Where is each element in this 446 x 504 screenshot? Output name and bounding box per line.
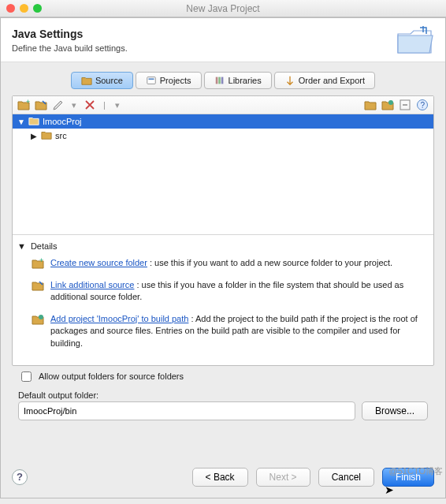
wizard-folder-icon xyxy=(396,24,434,56)
page-title: Java Settings xyxy=(12,28,128,40)
project-folder-icon xyxy=(28,115,39,128)
libraries-icon xyxy=(214,75,225,86)
tab-projects[interactable]: Projects xyxy=(136,72,202,89)
detail-item: Add project 'ImoocProj' to build path : … xyxy=(32,313,429,349)
svg-rect-2 xyxy=(215,77,217,84)
allow-output-label: Allow output folders for source folders xyxy=(39,371,184,381)
help-button[interactable]: ? xyxy=(12,469,28,485)
window-controls xyxy=(6,4,42,13)
svg-point-11 xyxy=(39,315,43,319)
browse-button[interactable]: Browse... xyxy=(362,401,428,420)
titlebar: New Java Project xyxy=(0,0,446,17)
new-source-folder-icon: + xyxy=(32,257,44,270)
tree-project-row[interactable]: ▼ ImoocProj xyxy=(13,114,433,129)
source-panel: + ▾ | ▾ ? ▼ I xyxy=(12,95,434,366)
finish-button[interactable]: Finish xyxy=(382,468,434,487)
details-heading: Details xyxy=(31,241,58,251)
separator: | xyxy=(103,100,106,110)
svg-rect-0 xyxy=(147,77,156,84)
tab-bar: Source Projects Libraries Order and Expo… xyxy=(12,72,434,89)
add-to-buildpath-icon xyxy=(32,313,44,326)
svg-rect-4 xyxy=(221,77,223,84)
dialog-header: Java Settings Define the Java build sett… xyxy=(1,18,445,62)
link-source-icon xyxy=(32,279,44,292)
order-export-icon xyxy=(284,75,295,86)
source-tree[interactable]: ▼ ImoocProj ▶ src xyxy=(13,114,433,234)
edit-icon[interactable] xyxy=(52,99,65,111)
disclosure-triangle-icon[interactable]: ▼ xyxy=(17,118,25,126)
collapse-all-icon[interactable] xyxy=(399,99,411,111)
details-section: ▼ Details + Create new source folder : u… xyxy=(13,234,433,365)
help-icon[interactable]: ? xyxy=(416,99,429,111)
link-additional-source-link[interactable]: Link additional source xyxy=(50,280,134,289)
tab-label: Source xyxy=(95,76,123,85)
tab-label: Libraries xyxy=(229,76,262,85)
tree-src-row[interactable]: ▶ src xyxy=(13,129,433,143)
disclosure-triangle-icon[interactable]: ▼ xyxy=(17,241,26,251)
window-title: New Java Project xyxy=(186,3,259,14)
separator: ▾ xyxy=(72,100,76,110)
link-source-icon[interactable] xyxy=(35,99,47,111)
svg-text:+: + xyxy=(26,99,30,106)
dialog-body: Source Projects Libraries Order and Expo… xyxy=(1,62,445,431)
zoom-window-icon[interactable] xyxy=(33,4,42,13)
minimize-window-icon[interactable] xyxy=(20,4,28,13)
dialog: Java Settings Define the Java build sett… xyxy=(0,17,446,498)
tab-order-export[interactable]: Order and Export xyxy=(274,72,375,89)
source-folder-icon xyxy=(81,75,92,86)
tab-label: Order and Export xyxy=(299,76,365,85)
create-source-folder-link[interactable]: Create new source folder xyxy=(50,258,147,267)
svg-rect-3 xyxy=(218,77,221,84)
svg-text:+: + xyxy=(39,257,43,264)
next-button: Next > xyxy=(256,468,310,487)
cancel-button[interactable]: Cancel xyxy=(318,468,374,487)
default-output-label: Default output folder: xyxy=(12,387,434,401)
tab-source[interactable]: Source xyxy=(71,72,133,89)
panel-toolbar: + ▾ | ▾ ? xyxy=(13,96,433,114)
detail-item: + Create new source folder : use this if… xyxy=(32,257,429,270)
allow-output-row: Allow output folders for source folders xyxy=(12,366,434,387)
new-source-folder-icon[interactable]: + xyxy=(17,99,30,111)
close-window-icon[interactable] xyxy=(6,4,15,13)
allow-output-checkbox[interactable] xyxy=(21,371,32,382)
projects-icon xyxy=(146,75,157,86)
toggle-icon[interactable] xyxy=(364,99,377,111)
tree-project-label: ImoocProj xyxy=(43,117,82,126)
default-output-field[interactable] xyxy=(18,401,355,420)
tab-libraries[interactable]: Libraries xyxy=(204,72,272,89)
svg-point-6 xyxy=(388,100,393,105)
disclosure-triangle-icon[interactable]: ▶ xyxy=(30,132,38,140)
wizard-footer: ? < Back Next > Cancel Finish xyxy=(1,460,445,498)
dropdown-icon[interactable]: ▾ xyxy=(115,100,120,110)
svg-rect-1 xyxy=(148,78,154,80)
page-subtitle: Define the Java build settings. xyxy=(12,43,128,53)
package-folder-icon xyxy=(41,129,52,142)
tree-src-label: src xyxy=(55,131,67,140)
add-to-buildpath-icon[interactable] xyxy=(381,99,394,111)
remove-icon[interactable] xyxy=(84,99,96,111)
detail-item: Link additional source : use this if you… xyxy=(32,279,429,304)
add-project-buildpath-link[interactable]: Add project 'ImoocProj' to build path xyxy=(50,314,188,323)
svg-text:?: ? xyxy=(421,101,426,110)
tab-label: Projects xyxy=(160,76,191,85)
back-button[interactable]: < Back xyxy=(192,468,248,487)
detail-text: : use this if you want to add a new sour… xyxy=(147,258,392,267)
